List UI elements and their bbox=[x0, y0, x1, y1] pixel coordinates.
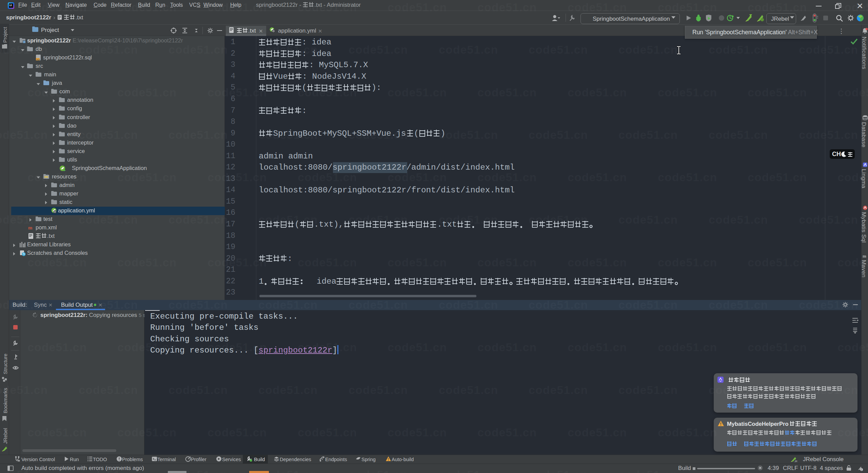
svg-text:m: m bbox=[863, 253, 866, 259]
svg-text:2: 2 bbox=[861, 469, 862, 471]
svg-text:m: m bbox=[28, 225, 33, 230]
svg-text:JR: JR bbox=[794, 460, 797, 462]
svg-text:SQL: SQL bbox=[36, 58, 41, 60]
